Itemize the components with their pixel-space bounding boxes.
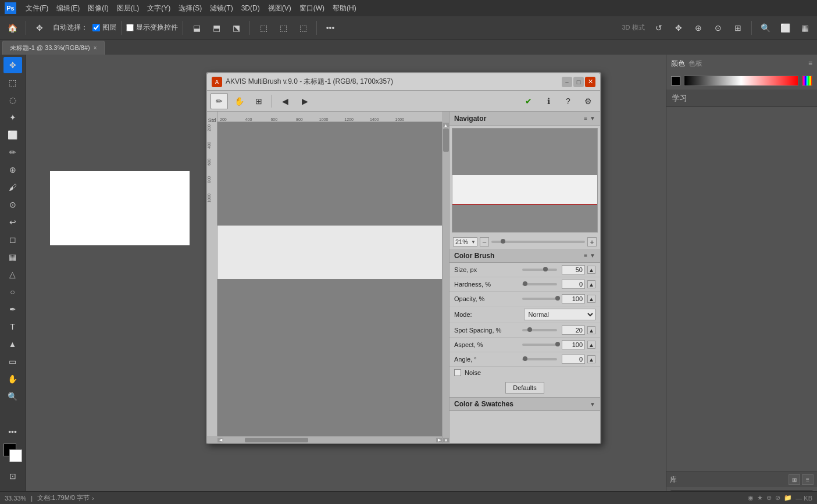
aspect-slider-thumb[interactable]: [555, 342, 560, 346]
move-tool-btn[interactable]: ✥: [31, 20, 48, 36]
pen-tool[interactable]: ✒: [3, 301, 22, 317]
menu-select[interactable]: 选择(S): [175, 2, 205, 15]
magic-wand-tool[interactable]: ✦: [3, 109, 22, 126]
list-view-btn[interactable]: ≡: [802, 474, 814, 485]
akvis-maximize-btn[interactable]: □: [573, 77, 584, 87]
layout-btn[interactable]: ⬜: [776, 20, 794, 36]
hscroll-thumb[interactable]: [245, 438, 309, 442]
menu-edit[interactable]: 编辑(E): [53, 2, 83, 15]
angle-spinner[interactable]: ▲: [587, 355, 595, 363]
menu-help[interactable]: 帮助(H): [329, 2, 360, 15]
defaults-btn[interactable]: Defaults: [505, 382, 544, 394]
akvis-info-btn[interactable]: ℹ: [540, 93, 557, 109]
crop-tool[interactable]: ⬜: [3, 127, 22, 143]
aspect-spinner[interactable]: ▲: [587, 341, 595, 349]
brush-tool[interactable]: 🖌: [3, 179, 22, 195]
lasso-tool[interactable]: ◌: [3, 92, 22, 108]
heal-tool[interactable]: ⊕: [3, 162, 22, 178]
menu-3d[interactable]: 3D(D): [238, 3, 263, 13]
menu-file[interactable]: 文件(F): [22, 2, 52, 15]
akvis-forward-btn[interactable]: ▶: [296, 93, 313, 109]
mode-select[interactable]: Normal: [524, 309, 596, 320]
ps-color-menu-btn[interactable]: ≡: [808, 59, 812, 67]
3d-mode-btn[interactable]: 3D 模式: [619, 20, 648, 36]
status-expand-btn[interactable]: ›: [92, 495, 94, 502]
akvis-hscrollbar[interactable]: ◀ ▶: [217, 436, 442, 443]
hardness-slider-thumb[interactable]: [523, 281, 527, 286]
eyedropper-tool[interactable]: ✏: [3, 144, 22, 160]
move-tool[interactable]: ✥: [3, 57, 22, 73]
grid-view-btn[interactable]: ⊞: [789, 474, 800, 485]
ps-fg-swatch[interactable]: [671, 76, 680, 85]
menu-text[interactable]: 文字(Y): [144, 2, 174, 15]
akvis-vscrollbar[interactable]: ▲ ▼: [442, 122, 449, 443]
opacity-slider-thumb[interactable]: [555, 296, 560, 301]
eraser-tool[interactable]: ◻: [3, 231, 22, 248]
size-spinner-up[interactable]: ▲: [587, 266, 595, 274]
hscroll-right-btn[interactable]: ▶: [436, 438, 442, 442]
angle-slider[interactable]: [522, 358, 557, 360]
zoom-tool[interactable]: 🔍: [3, 388, 22, 405]
swatches-arrow[interactable]: ▼: [590, 401, 595, 408]
auto-select-checkbox[interactable]: [92, 24, 100, 31]
zoom-slider[interactable]: [491, 241, 585, 243]
spot-spacing-slider[interactable]: [522, 329, 557, 331]
more-tools[interactable]: •••: [3, 424, 22, 440]
size-slider-thumb[interactable]: [543, 267, 548, 271]
roll3d-btn[interactable]: ⊕: [690, 20, 707, 36]
akvis-apply-btn[interactable]: ✔: [520, 93, 537, 109]
spot-spacing-spinner[interactable]: ▲: [587, 326, 595, 334]
background-color[interactable]: [9, 449, 22, 462]
more-btn[interactable]: •••: [322, 20, 339, 36]
akvis-canvas-main[interactable]: [217, 122, 442, 436]
menu-filter[interactable]: 滤镜(T): [206, 2, 236, 15]
zoom-slider-thumb[interactable]: [501, 239, 505, 244]
distribute2-btn[interactable]: ⬚: [274, 20, 292, 36]
hscroll-left-btn[interactable]: ◀: [217, 438, 223, 442]
spot-spacing-thumb[interactable]: [527, 327, 532, 332]
hardness-spinner-up[interactable]: ▲: [587, 280, 595, 288]
menu-image[interactable]: 图像(I): [84, 2, 112, 15]
hand-tool[interactable]: ✋: [3, 371, 22, 387]
menu-view[interactable]: 视图(V): [265, 2, 295, 15]
home-btn[interactable]: 🏠: [3, 20, 21, 36]
rotate3d-btn[interactable]: ↺: [650, 20, 668, 36]
dodge-tool[interactable]: ○: [3, 284, 22, 300]
search-btn[interactable]: 🔍: [757, 20, 774, 36]
menu-layer[interactable]: 图层(L): [113, 2, 143, 15]
size-slider[interactable]: [522, 269, 557, 271]
hardness-slider[interactable]: [522, 283, 557, 285]
panel-btn[interactable]: ▦: [796, 20, 814, 36]
noise-checkbox[interactable]: [454, 369, 461, 376]
align-left-btn[interactable]: ⬓: [188, 20, 205, 36]
vscroll-thumb[interactable]: [443, 128, 449, 152]
navigator-arrow[interactable]: ▼: [590, 115, 595, 121]
akvis-settings-btn[interactable]: ⚙: [579, 93, 597, 109]
zoom-plus-btn[interactable]: +: [587, 237, 597, 246]
clone-tool[interactable]: ⊙: [3, 196, 22, 213]
slide3d-btn[interactable]: ⊙: [709, 20, 727, 36]
akvis-brush-tool[interactable]: ✏: [211, 93, 228, 109]
text-tool[interactable]: T: [3, 319, 22, 335]
ps-hue-bar[interactable]: [802, 76, 812, 86]
akvis-minimize-btn[interactable]: −: [562, 77, 572, 87]
scale3d-btn[interactable]: ⊞: [729, 20, 747, 36]
tab-close-btn[interactable]: ×: [94, 45, 97, 51]
akvis-close-btn[interactable]: ✕: [585, 77, 595, 87]
opacity-spinner-up[interactable]: ▲: [587, 295, 595, 303]
history-brush[interactable]: ↩: [3, 214, 22, 230]
shape-tool[interactable]: ▭: [3, 353, 22, 370]
quick-mask-btn[interactable]: ⊡: [3, 468, 22, 484]
zoom-minus-btn[interactable]: −: [480, 237, 489, 246]
vscroll-down-btn[interactable]: ▼: [443, 438, 449, 442]
navigator-collapse-btn[interactable]: ≡: [584, 115, 587, 121]
pan3d-btn[interactable]: ✥: [670, 20, 687, 36]
document-tab[interactable]: 未标题-1 @ 33.3%(RGB/8#) ×: [2, 41, 105, 55]
akvis-grid-tool[interactable]: ⊞: [250, 93, 267, 109]
color-swatch-widget[interactable]: [3, 444, 22, 462]
vscroll-up-btn[interactable]: ▲: [443, 123, 449, 127]
brush-panel-arrow[interactable]: ▼: [590, 252, 595, 259]
brush-collapse-btn[interactable]: ≡: [584, 252, 587, 259]
path-select[interactable]: ▲: [3, 336, 22, 352]
show-transform-checkbox[interactable]: [126, 24, 134, 31]
